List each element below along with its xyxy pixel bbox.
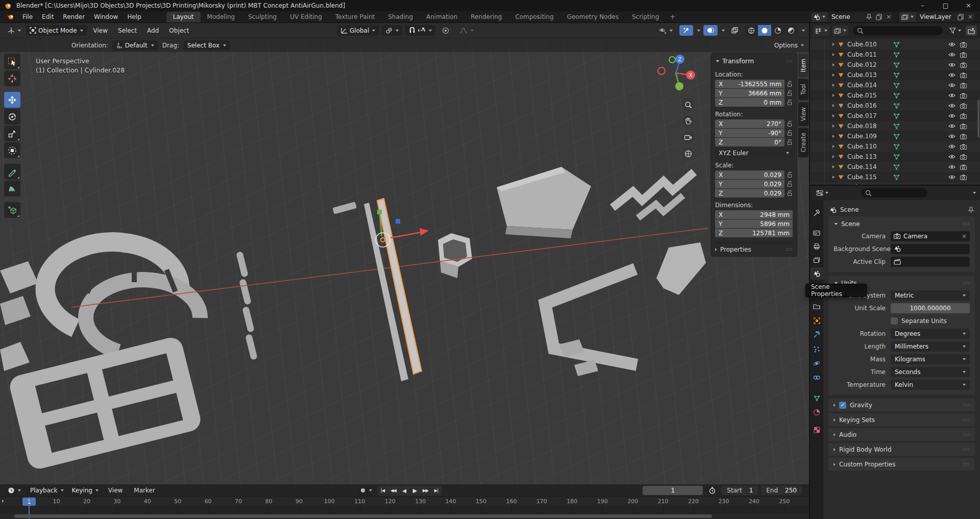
rotation-x-field[interactable]: X270° xyxy=(715,119,785,128)
expand-icon[interactable] xyxy=(832,94,835,97)
scale-y-field[interactable]: Y0.029 xyxy=(715,180,785,188)
viewport-3d[interactable]: Orientation: Default Drag: Select Box Op… xyxy=(0,38,809,484)
disable-render-icon[interactable] xyxy=(960,83,967,88)
rotation-z-field[interactable]: Z0° xyxy=(715,138,785,146)
hide-viewport-icon[interactable] xyxy=(948,42,955,47)
properties-tab-modifiers[interactable] xyxy=(810,329,823,341)
outliner-item-cube.014[interactable]: Cube.014 xyxy=(810,80,980,90)
panel-rigid-body-world[interactable]: Rigid Body World∷∷ xyxy=(828,443,975,456)
lock-open-icon[interactable] xyxy=(785,171,793,178)
minimize-button[interactable]: – xyxy=(911,0,934,11)
checkbox-separate-units[interactable] xyxy=(891,317,898,325)
dimensions-z-field[interactable]: Z125781 mm xyxy=(715,229,793,237)
frame-end-field[interactable]: End250 xyxy=(761,486,802,495)
pivot-dropdown[interactable] xyxy=(382,25,402,36)
expand-icon[interactable] xyxy=(832,43,835,46)
editor-type-button[interactable] xyxy=(814,188,830,198)
expand-icon[interactable] xyxy=(832,155,835,158)
rotation-y-field[interactable]: Y-90° xyxy=(715,129,785,137)
mass-dropdown[interactable]: Kilograms xyxy=(891,354,970,364)
lock-open-icon[interactable] xyxy=(785,99,793,106)
scale-z-field[interactable]: Z0.029 xyxy=(715,189,785,197)
hide-viewport-icon[interactable] xyxy=(948,83,955,88)
properties-tab-tool[interactable] xyxy=(810,207,823,219)
time-dropdown[interactable]: Seconds xyxy=(891,367,970,377)
panel-gravity[interactable]: ✓Gravity∷∷ xyxy=(828,399,975,411)
outliner-item-cube.109[interactable]: Cube.109 xyxy=(810,131,980,141)
lock-open-icon[interactable] xyxy=(785,190,793,196)
properties-search-input[interactable] xyxy=(861,188,927,197)
selectability-dropdown[interactable] xyxy=(655,25,676,36)
pin-icon[interactable] xyxy=(968,207,974,213)
lock-open-icon[interactable] xyxy=(785,120,793,127)
rotation-dropdown[interactable]: Degrees xyxy=(891,329,970,339)
shading-wireframe-button[interactable] xyxy=(745,25,758,36)
scene-selector[interactable]: Scene × xyxy=(811,12,893,22)
lock-open-icon[interactable] xyxy=(785,81,793,87)
xray-toggle[interactable] xyxy=(728,25,742,36)
menu-file[interactable]: File xyxy=(18,12,37,21)
rotation-mode-dropdown[interactable]: XYZ Euler xyxy=(715,149,793,158)
chevron-down-icon[interactable] xyxy=(973,192,976,194)
expand-icon[interactable] xyxy=(832,114,835,117)
jump-to-start-button[interactable]: |◀ xyxy=(377,486,388,496)
timeline-scrollbar[interactable] xyxy=(14,514,712,518)
properties-tab-object[interactable] xyxy=(810,314,823,327)
hide-viewport-icon[interactable] xyxy=(948,52,955,57)
expand-icon[interactable] xyxy=(832,73,835,77)
disable-render-icon[interactable] xyxy=(960,185,967,185)
ortho-grid-icon[interactable] xyxy=(682,147,694,160)
outliner-search-input[interactable] xyxy=(853,26,943,35)
next-keyframe-button[interactable]: ▶▶ xyxy=(420,486,431,496)
falloff-dropdown[interactable] xyxy=(456,25,477,36)
shading-material-button[interactable] xyxy=(771,25,785,36)
current-frame-field[interactable]: 1 xyxy=(643,486,703,495)
new-collection-button[interactable] xyxy=(966,26,977,36)
disable-render-icon[interactable] xyxy=(960,93,967,98)
tool-rotate[interactable] xyxy=(4,109,20,125)
expand-icon[interactable] xyxy=(832,63,835,66)
sidebar-tab-tool[interactable]: Tool xyxy=(798,79,808,100)
menu-playback[interactable]: Playback xyxy=(27,485,67,496)
expand-icon[interactable] xyxy=(832,53,835,56)
unit-system-dropdown[interactable]: Metric xyxy=(891,290,970,301)
workspace-tab-texture-paint[interactable]: Texture Paint xyxy=(329,12,381,22)
menu-view[interactable]: View xyxy=(88,26,113,36)
hide-viewport-icon[interactable] xyxy=(948,103,955,108)
tool-select-box[interactable] xyxy=(4,54,20,69)
properties-tab-physics[interactable] xyxy=(810,357,823,369)
workspace-tab-geometry-nodes[interactable]: Geometry Nodes xyxy=(560,12,625,22)
disable-render-icon[interactable] xyxy=(960,123,967,129)
editor-type-button[interactable] xyxy=(813,26,829,36)
properties-tab-collection[interactable] xyxy=(810,300,823,312)
shading-solid-button[interactable] xyxy=(758,25,771,36)
properties-tab-material[interactable] xyxy=(810,406,823,418)
expand-icon[interactable] xyxy=(832,135,835,138)
properties-tab-view-layer[interactable] xyxy=(810,254,823,266)
tool-annotate[interactable] xyxy=(4,164,20,180)
mode-dropdown[interactable]: Object Mode xyxy=(26,25,87,36)
tool-transform[interactable] xyxy=(4,142,20,158)
hide-viewport-icon[interactable] xyxy=(948,164,955,169)
close-button[interactable]: × xyxy=(957,0,980,11)
expand-icon[interactable] xyxy=(832,165,835,168)
tool-move[interactable] xyxy=(4,92,20,108)
disable-render-icon[interactable] xyxy=(960,113,967,119)
menu-view[interactable]: View xyxy=(103,485,128,496)
sidebar-tab-create[interactable]: Create xyxy=(798,128,808,157)
temperature-dropdown[interactable]: Kelvin xyxy=(891,380,970,390)
menu-edit[interactable]: Edit xyxy=(37,12,58,21)
add-workspace-button[interactable]: + xyxy=(666,11,679,22)
outliner-item-cube.011[interactable]: Cube.011 xyxy=(810,50,980,60)
outliner-item-cube.115[interactable]: Cube.115 xyxy=(810,172,980,182)
disable-render-icon[interactable] xyxy=(960,42,967,47)
expand-icon[interactable] xyxy=(832,145,835,148)
lock-open-icon[interactable] xyxy=(785,139,793,145)
copy-icon[interactable] xyxy=(955,14,966,20)
hide-viewport-icon[interactable] xyxy=(948,123,955,129)
options-button[interactable]: Options xyxy=(774,42,804,49)
tool-measure[interactable] xyxy=(4,181,20,196)
workspace-tab-sculpting[interactable]: Sculpting xyxy=(241,12,283,22)
dimensions-x-field[interactable]: X2948 mm xyxy=(715,210,793,219)
unit-scale-slider[interactable]: 1000.000000 xyxy=(891,303,970,313)
